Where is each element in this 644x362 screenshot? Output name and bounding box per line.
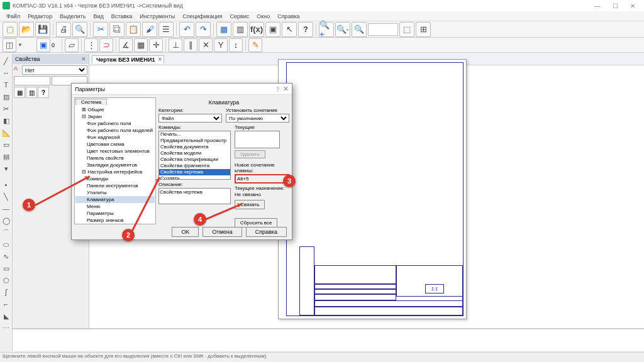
axis-icon[interactable]: ↕	[229, 38, 243, 52]
close-button[interactable]: ✕	[624, 3, 641, 9]
preview-icon[interactable]: 🔍	[72, 22, 87, 37]
view1-icon[interactable]: ⬚	[399, 22, 414, 37]
tree-proppanel[interactable]: Панель свойств	[75, 155, 155, 162]
tool1-icon[interactable]: ▦	[216, 22, 231, 37]
zoom-in-icon[interactable]: 🔍+	[319, 22, 334, 37]
draw-line-icon[interactable]: ╲	[1, 191, 12, 202]
redo-icon[interactable]: ↷	[196, 22, 211, 37]
tree-keyboard[interactable]: Клавиатура	[75, 196, 155, 203]
minimize-button[interactable]: —	[589, 3, 606, 9]
save-icon[interactable]: 💾	[35, 22, 50, 37]
draw-spline-icon[interactable]: ∿	[1, 251, 12, 262]
help-icon[interactable]: ?	[298, 22, 313, 37]
tree-iconsize[interactable]: Размер значков	[75, 217, 155, 224]
paste-icon[interactable]: 📋	[126, 22, 141, 37]
prop-select1[interactable]: Нет	[22, 65, 87, 75]
menu-help[interactable]: Справка	[274, 13, 303, 19]
menu-view[interactable]: Вид	[89, 13, 107, 19]
help-button[interactable]: Справка	[246, 227, 287, 237]
menu-tools[interactable]: Инструменты	[136, 13, 179, 19]
prop-tool2-icon[interactable]: ▥	[26, 87, 37, 98]
cross-icon[interactable]: ✕	[199, 38, 213, 52]
menu-editor[interactable]: Редактор	[24, 13, 56, 19]
prop-tool1-icon[interactable]: ▦	[14, 87, 25, 98]
cancel-button[interactable]: Отмена	[203, 227, 242, 237]
setcombo-select[interactable]: По умолчанию	[226, 114, 289, 123]
tool-select-icon[interactable]: ▭	[1, 139, 12, 150]
menu-spec[interactable]: Спецификация	[179, 13, 226, 19]
menu-window[interactable]: Окно	[253, 13, 274, 19]
menu-service[interactable]: Сервис	[226, 13, 253, 19]
cmd-item[interactable]: Предварительный просмотр	[159, 138, 230, 144]
cmd-item[interactable]: Свойства фрагмента	[159, 163, 230, 169]
crosshair-icon[interactable]: ✛	[149, 38, 163, 52]
draw-point-icon[interactable]: •	[1, 179, 12, 190]
prop-input1[interactable]	[14, 76, 50, 85]
selview-icon[interactable]: ▣	[36, 38, 50, 52]
y-icon[interactable]: Y	[214, 38, 228, 52]
draw-seg-icon[interactable]: —	[1, 203, 12, 214]
cursor-icon[interactable]: ↖	[282, 22, 297, 37]
menu-file[interactable]: Файл	[3, 13, 24, 19]
parallel-icon[interactable]: ∥	[184, 38, 197, 52]
tree-bgmodel[interactable]: Фон рабочего поля моделей	[75, 127, 155, 134]
zoom-fit-icon[interactable]: 🔍	[352, 22, 367, 37]
grid-icon[interactable]: ▦	[134, 38, 148, 52]
properties-close-icon[interactable]: ✕	[81, 56, 86, 62]
layer-icon[interactable]: ◫	[3, 38, 16, 52]
commands-list[interactable]: Печать... Предварительный просмотр Свойс…	[158, 131, 231, 180]
draw-poly-icon[interactable]: ⬠	[1, 275, 12, 286]
dialog-help-icon[interactable]: ?	[276, 86, 279, 92]
tool3-icon[interactable]: ▣	[265, 22, 280, 37]
tree-toolbars[interactable]: Панели инструментов	[75, 182, 155, 189]
edit-icon[interactable]: ✎	[248, 38, 262, 52]
hotkey-input[interactable]: Alt+5	[235, 174, 289, 184]
dialog-titlebar[interactable]: Параметры ? ✕	[72, 84, 292, 95]
tool-hatch-icon[interactable]: ▨	[1, 91, 12, 102]
copy-icon[interactable]: ⿻	[109, 22, 125, 37]
tool-text-icon[interactable]: T	[1, 79, 12, 90]
tree-doctabs[interactable]: Закладки документов	[75, 162, 155, 168]
draw-arc-icon[interactable]: ⌒	[1, 227, 12, 238]
draw-rect-icon[interactable]: ▭	[1, 263, 12, 274]
fx-icon[interactable]: f(x)	[249, 22, 264, 37]
angle-icon[interactable]: ∡	[119, 38, 133, 52]
document-tab[interactable]: Чертеж БЕЗ ИМЕНИ1 ✕	[92, 55, 164, 63]
menu-select[interactable]: Выделить	[56, 13, 90, 19]
properties-icon[interactable]: ☰	[158, 22, 174, 37]
brush-icon[interactable]: 🖌	[142, 22, 157, 37]
draw-bezier-icon[interactable]: ʃ	[1, 287, 12, 298]
tree-screen[interactable]: ⊟ Экран	[75, 113, 155, 120]
open-icon[interactable]: 📂	[19, 22, 34, 37]
zoom-dropdown[interactable]	[368, 23, 398, 36]
tree-tab-system[interactable]: Система	[75, 99, 107, 105]
draw-aux-icon[interactable]: ⋯	[1, 322, 12, 334]
categories-select[interactable]: Файл	[158, 114, 222, 123]
cmd-item[interactable]: Создать...	[159, 175, 230, 180]
tree-colorscheme[interactable]: Цветовая схема	[75, 141, 155, 148]
tree-textcolor[interactable]: Цвет текстовых элементов	[75, 148, 155, 155]
tool-line-icon[interactable]: ╱	[1, 55, 12, 67]
draw-fillet-icon[interactable]: ⌐	[1, 299, 12, 310]
maximize-button[interactable]: ☐	[606, 3, 624, 9]
view2-icon[interactable]: ⊞	[416, 22, 431, 37]
cmd-item[interactable]: Свойства документа	[159, 144, 230, 150]
draw-circle-icon[interactable]: ◯	[1, 215, 12, 226]
draw-ellipse-icon[interactable]: ⬭	[1, 239, 12, 250]
tree-files[interactable]: ⊞ Файлы	[75, 224, 155, 224]
reset-button[interactable]: Сбросить все	[235, 218, 277, 228]
dialog-close-icon[interactable]: ✕	[283, 85, 289, 93]
cmd-item[interactable]: Печать...	[159, 131, 230, 138]
print-icon[interactable]: 🖨	[56, 22, 71, 37]
tree-general[interactable]: ⊞ Общие	[75, 106, 155, 113]
draw-chamfer-icon[interactable]: ◣	[1, 310, 12, 322]
magnet-icon[interactable]: ⊃	[99, 38, 113, 52]
tree-bg[interactable]: Фон рабочего поля	[75, 120, 155, 127]
tree-utilities[interactable]: Утилиты	[75, 189, 155, 196]
cut-icon[interactable]: ✂	[93, 22, 108, 37]
perp-icon[interactable]: ⊥	[169, 38, 182, 52]
tool-param-icon[interactable]: ◧	[1, 115, 12, 126]
undo-icon[interactable]: ↶	[179, 22, 194, 37]
cmd-item[interactable]: Свойства спецификации	[159, 156, 230, 163]
tool-spec-icon[interactable]: ▤	[1, 151, 12, 162]
